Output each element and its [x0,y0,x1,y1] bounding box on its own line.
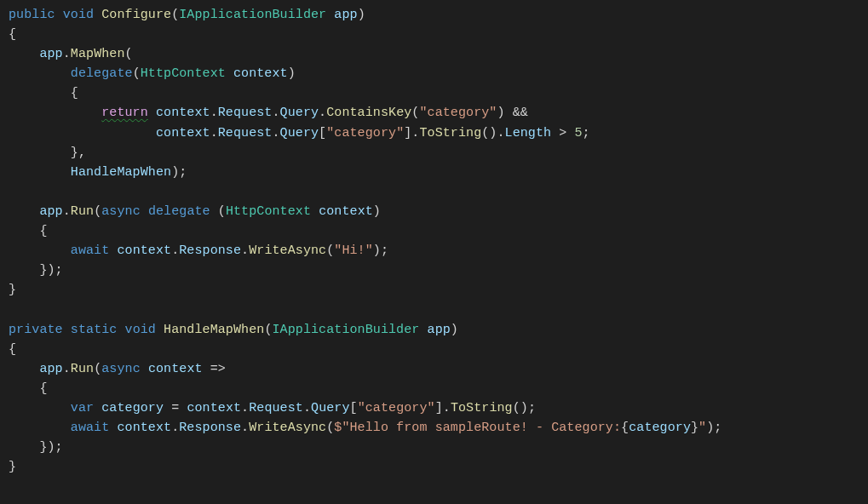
punct: [ [319,126,326,140]
var-context: context [117,421,171,435]
kw-async: async [101,362,141,376]
var-context: context [156,106,210,120]
punct: ) [497,106,504,120]
punct: . [272,106,279,120]
brace: { [39,381,47,396]
punct: ) [451,323,458,337]
punct: . [272,126,279,140]
op-arrow: => [210,362,226,376]
fn-tostring: ToString [419,126,481,140]
kw-public: public [9,8,55,22]
kw-delegate: delegate [148,204,210,219]
punct: . [210,106,218,120]
kw-static: static [71,323,118,337]
fn-writeasync: WriteAsync [249,421,326,435]
punct: ); [373,243,388,258]
fn-containskey: ContainsKey [326,106,411,120]
brace: } [9,283,16,297]
prop-response: Response [179,421,241,435]
punct: ( [133,66,141,81]
kw-var: var [71,401,94,415]
punct: ); [706,421,721,435]
op-eq: = [171,401,179,415]
var-app: app [39,47,62,61]
brace: { [39,224,47,238]
num-5: 5 [575,126,583,140]
type-iappbuilder: IApplicationBuilder [273,323,420,337]
fn-mapwhen: MapWhen [71,47,125,61]
prop-request: Request [249,401,303,415]
brace: { [9,342,16,357]
interp-open: { [621,421,629,435]
op-gt: > [559,126,566,140]
punct: ( [125,47,133,61]
prop-response: Response [179,243,241,258]
prop-request: Request [218,126,273,140]
prop-query: Query [311,401,350,415]
punct: . [210,126,218,140]
fn-handlemapwhen: HandleMapWhen [164,323,264,337]
var-context: context [187,401,241,415]
punct: (). [481,126,504,140]
punct: ; [583,126,590,140]
type-httpcontext: HttpContext [141,66,226,81]
punct: ( [326,243,334,258]
str-hello-end: " [698,421,706,435]
kw-await: await [71,243,110,258]
punct: [ [350,401,358,415]
str-category: "category" [419,106,497,120]
punct: ( [94,362,101,376]
param-app: app [428,323,451,337]
type-iappbuilder: IApplicationBuilder [179,8,326,22]
kw-void: void [125,323,156,337]
kw-return: return [101,106,148,120]
punct: ( [326,421,334,435]
prop-query: Query [280,126,319,140]
punct: . [241,401,249,415]
punct: . [303,401,311,415]
brace: { [71,86,78,100]
ref-handlemapwhen: HandleMapWhen [71,165,171,180]
punct: ]. [404,126,419,140]
brace: }, [71,146,86,160]
punct: ) [288,66,296,81]
kw-await: await [71,421,110,435]
type-httpcontext: HttpContext [226,204,311,219]
kw-delegate: delegate [71,66,133,81]
prop-request: Request [218,106,273,120]
punct: . [319,106,326,120]
punct: ) [358,8,365,22]
param-context: context [319,204,373,219]
punct: . [171,421,179,435]
fn-writeasync: WriteAsync [249,243,326,258]
punct: ( [264,323,272,337]
kw-async: async [101,204,141,219]
var-app: app [39,362,62,376]
punct: ]. [435,401,451,415]
fn-run: Run [71,204,94,219]
code-editor[interactable]: public void Configure(IApplicationBuilde… [0,0,868,477]
var-category: category [101,401,164,415]
str-hi: "Hi!" [334,243,373,258]
interp-category: category [629,421,691,435]
brace: }); [39,263,62,278]
brace: }); [39,440,62,455]
punct: . [171,243,179,258]
kw-void: void [63,8,94,22]
punct: ( [94,204,101,219]
param-context: context [148,362,203,376]
param-app: app [334,8,357,22]
punct: ); [171,165,187,180]
punct: (); [513,401,536,415]
param-context: context [233,66,288,81]
var-app: app [39,204,62,219]
punct: ( [218,204,226,219]
str-category: "category" [358,401,435,415]
brace: { [9,27,16,42]
punct: . [63,362,71,376]
punct: . [63,47,71,61]
punct: ) [373,204,381,219]
fn-tostring: ToString [451,401,513,415]
punct: ( [171,8,179,22]
var-context: context [156,126,210,140]
